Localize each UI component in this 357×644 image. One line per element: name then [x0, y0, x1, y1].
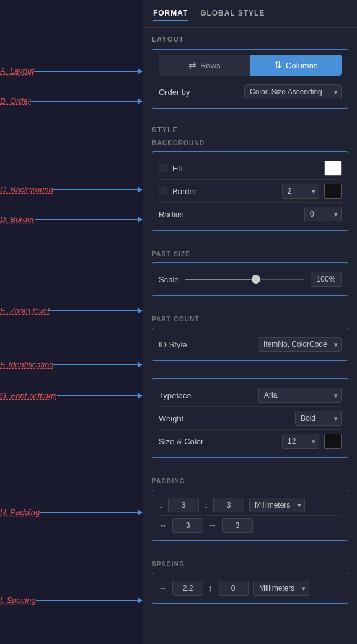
radius-row: Radius 0248 [159, 203, 342, 225]
radius-select-wrapper: 0248 [304, 207, 342, 221]
padding-right-input[interactable] [222, 518, 253, 533]
font-group: Typeface ArialHelveticaTimes New Roman W… [152, 378, 348, 458]
id-style-row: ID Style ItemNo, ColorCode ItemNo ColorC… [159, 333, 342, 356]
part-size-section: PART SIZE Scale 100% [143, 241, 357, 306]
annotation-arrow-F [138, 362, 143, 368]
annotation-arrow-E [138, 308, 143, 314]
padding-left-icon: ↔ [159, 521, 167, 530]
annotation-arrow-C [138, 187, 143, 193]
weight-label: Weight [159, 414, 290, 423]
scale-label: Scale [159, 275, 179, 284]
annotation-arrow-G [138, 393, 143, 399]
columns-button[interactable]: ⇅ Columns [250, 55, 342, 76]
border-checkbox[interactable] [159, 187, 167, 195]
layout-section: LAYOUT ⇄ Rows ⇅ Columns Order by Color, … [143, 28, 357, 119]
spacing-vert-input[interactable] [218, 581, 249, 596]
rows-label: Rows [200, 61, 221, 70]
padding-top-input[interactable] [168, 498, 199, 512]
scale-display: 100% [311, 272, 342, 287]
typeface-select-wrapper: ArialHelveticaTimes New Roman [258, 388, 342, 403]
weight-select[interactable]: BoldRegularLight [295, 411, 342, 426]
annotation-G: G. Font settings [0, 391, 143, 400]
annotation-label-H: H. Padding [0, 508, 40, 517]
annotation-arrow-H [138, 509, 143, 516]
padding-unit-select[interactable]: MillimetersInchesPixels [249, 498, 305, 512]
radius-label: Radius [159, 210, 299, 219]
annotation-C: C. Background [0, 185, 143, 194]
rows-icon: ⇄ [188, 60, 196, 71]
annotation-arrow-I [138, 597, 143, 604]
rows-button[interactable]: ⇄ Rows [159, 55, 250, 76]
spacing-horiz-input[interactable] [172, 581, 203, 596]
tab-global-style[interactable]: GLOBAL STYLE [200, 9, 265, 21]
id-style-select-wrapper: ItemNo, ColorCode ItemNo ColorCode [258, 337, 342, 352]
part-count-section: PART COUNT ID Style ItemNo, ColorCode It… [143, 306, 357, 371]
scale-slider[interactable] [185, 279, 304, 280]
background-sub-title: BACKGROUND [152, 140, 348, 146]
border-size-wrapper: 213 [282, 184, 319, 199]
spacing-section: SPACING ↔ ↕ MillimetersInchesPixels [143, 551, 357, 614]
part-count-title: PART COUNT [152, 316, 348, 323]
annotation-I: I. Spacing [0, 596, 143, 605]
annotations-panel: A. LayoutB. OrderC. BackgroundD. BorderE… [0, 0, 143, 644]
fill-color-swatch[interactable] [324, 161, 342, 176]
annotation-label-B: B. Order [0, 96, 30, 105]
typeface-select[interactable]: ArialHelveticaTimes New Roman [258, 388, 342, 403]
format-panel: FORMAT GLOBAL STYLE LAYOUT ⇄ Rows ⇅ Colu… [143, 0, 357, 644]
radius-select[interactable]: 0248 [304, 207, 342, 221]
padding-title: PADDING [152, 478, 348, 485]
padding-left-input[interactable] [172, 518, 203, 533]
part-count-group: ID Style ItemNo, ColorCode ItemNo ColorC… [152, 328, 348, 361]
border-color-swatch[interactable] [324, 184, 342, 199]
layout-section-title: LAYOUT [152, 35, 348, 43]
annotation-line-H [40, 512, 138, 513]
annotation-label-C: C. Background [0, 185, 53, 194]
order-select-wrapper: Color, Size Ascending Color, Size Descen… [244, 84, 342, 99]
annotation-E: E. Zoom level [0, 306, 143, 315]
annotation-label-D: D. Border [0, 215, 35, 224]
spacing-unit-select[interactable]: MillimetersInchesPixels [253, 581, 309, 596]
spacing-title: SPACING [152, 561, 348, 568]
annotation-label-E: E. Zoom level [0, 306, 49, 315]
annotation-line-C [53, 189, 138, 190]
order-label: Order by [159, 87, 190, 97]
border-label: Border [172, 187, 277, 196]
part-size-title: PART SIZE [152, 251, 348, 257]
padding-bottom-input[interactable] [213, 498, 244, 512]
border-row: Border 213 [159, 180, 342, 203]
fill-checkbox[interactable] [159, 164, 167, 172]
annotation-line-B [30, 101, 138, 102]
annotation-label-I: I. Spacing [0, 596, 36, 605]
font-size-select-wrapper: 128101416 [282, 434, 319, 449]
annotation-arrow-D [138, 217, 143, 223]
order-row: Order by Color, Size Ascending Color, Si… [159, 81, 342, 103]
id-style-label: ID Style [159, 340, 187, 349]
fill-row: Fill [159, 157, 342, 180]
columns-label: Columns [286, 61, 317, 70]
padding-section: PADDING ↕ ↕ MillimetersInchesPixels ↔ ↔ [143, 468, 357, 551]
weight-select-wrapper: BoldRegularLight [295, 411, 342, 426]
order-select[interactable]: Color, Size Ascending Color, Size Descen… [244, 84, 342, 99]
id-style-select[interactable]: ItemNo, ColorCode ItemNo ColorCode [258, 337, 342, 352]
annotation-line-I [36, 600, 138, 601]
annotation-arrow-A [138, 68, 143, 74]
padding-right-icon: ↔ [208, 521, 217, 530]
scale-row: Scale 100% [159, 268, 342, 290]
size-color-row: Size & Color 128101416 [159, 430, 342, 452]
annotation-D: D. Border [0, 215, 143, 224]
font-size-select[interactable]: 128101416 [282, 434, 319, 449]
layout-buttons: ⇄ Rows ⇅ Columns [159, 55, 342, 76]
part-size-group: Scale 100% [152, 262, 348, 296]
border-size-select[interactable]: 213 [282, 184, 319, 199]
font-section: Typeface ArialHelveticaTimes New Roman W… [143, 371, 357, 468]
columns-icon: ⇅ [274, 60, 282, 71]
annotation-F: F. Identification [0, 360, 143, 369]
spacing-group: ↔ ↕ MillimetersInchesPixels [152, 573, 348, 604]
annotation-line-G [57, 395, 138, 396]
padding-unit-wrapper: MillimetersInchesPixels [249, 498, 305, 512]
annotation-line-A [34, 71, 138, 72]
font-color-swatch[interactable] [324, 434, 342, 449]
style-section: STYLE BACKGROUND Fill Border 213 [143, 119, 357, 241]
style-group: Fill Border 213 Radius 0248 [152, 151, 348, 231]
tab-format[interactable]: FORMAT [153, 9, 188, 21]
